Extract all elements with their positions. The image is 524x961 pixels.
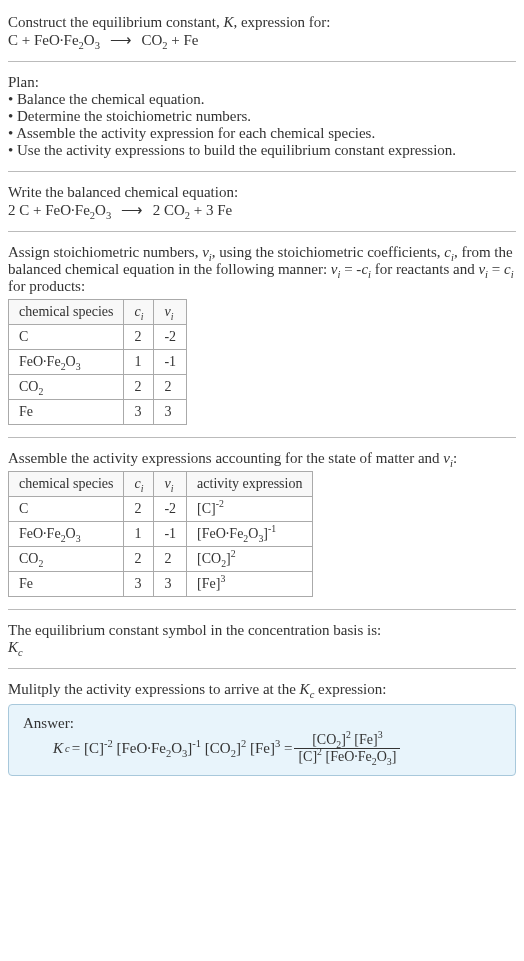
cell-ci: 3	[124, 572, 154, 597]
stoich-table: chemical species ci νi C 2 -2 FeO·Fe2O3 …	[8, 299, 187, 425]
nui-hs: i	[171, 311, 174, 322]
plan-item: • Balance the chemical equation.	[8, 91, 516, 108]
eq-lhs: C + FeO·Fe	[8, 32, 79, 48]
assign-t2: , using the stoichiometric coefficients,	[212, 244, 445, 260]
eq-rhs-end: + Fe	[167, 32, 198, 48]
cell-species: C	[9, 325, 124, 350]
assemble-t2: :	[453, 450, 457, 466]
col-species: chemical species	[9, 300, 124, 325]
nu: ν	[202, 244, 209, 260]
table-row: Fe 3 3 [Fe]3	[9, 572, 313, 597]
plan-item: • Assemble the activity expression for e…	[8, 125, 516, 142]
cell-activity: [Fe]3	[187, 572, 313, 597]
plan-header: Plan:	[8, 74, 516, 91]
cell-ci: 1	[124, 522, 154, 547]
cell-ci: 2	[124, 547, 154, 572]
kc-section: The equilibrium constant symbol in the c…	[8, 616, 516, 662]
col-ci: ci	[124, 300, 154, 325]
col-ci: ci	[124, 472, 154, 497]
assign-t1: Assign stoichiometric numbers,	[8, 244, 202, 260]
divider	[8, 61, 516, 62]
cell-nui: 3	[154, 400, 187, 425]
ci-hs: i	[141, 311, 144, 322]
assign-t5: for reactants and	[371, 261, 478, 277]
table-row: FeO·Fe2O3 1 -1	[9, 350, 187, 375]
col-nui: νi	[154, 472, 187, 497]
activity-section: Assemble the activity expressions accoun…	[8, 444, 516, 603]
cell-species: FeO·Fe2O3	[9, 350, 124, 375]
i-sub6: i	[511, 269, 514, 280]
plan-section: Plan: • Balance the chemical equation. •…	[8, 68, 516, 165]
eq-sub2: 3	[95, 40, 100, 51]
title-text-b: , expression for:	[233, 14, 330, 30]
cell-nui: -2	[154, 325, 187, 350]
cell-nui: 2	[154, 375, 187, 400]
plan-item: • Use the activity expressions to build …	[8, 142, 516, 159]
assign-t4: = -	[340, 261, 361, 277]
cell-species: Fe	[9, 572, 124, 597]
activity-table: chemical species ci νi activity expressi…	[8, 471, 313, 597]
answer-equation: Kc = [C]-2 [FeO·Fe2O3]-1 [CO2]2 [Fe]3 = …	[23, 732, 501, 765]
cell-nui: 3	[154, 572, 187, 597]
col-nui: νi	[154, 300, 187, 325]
multiply-section: Mulitply the activity expressions to arr…	[8, 675, 516, 782]
cell-ci: 2	[124, 497, 154, 522]
kc-symbol: Kc	[8, 639, 516, 656]
ans-mid: = [C]-2 [FeO·Fe2O3]-1 [CO2]2 [Fe]3 =	[72, 740, 293, 757]
divider	[8, 231, 516, 232]
table-header-row: chemical species ci νi activity expressi…	[9, 472, 313, 497]
cell-nui: -2	[154, 497, 187, 522]
divider	[8, 171, 516, 172]
table-row: FeO·Fe2O3 1 -1 [FeO·Fe2O3]-1	[9, 522, 313, 547]
fraction: [CO2]2 [Fe]3 [C]2 [FeO·Fe2O3]	[294, 732, 400, 765]
assign-section: Assign stoichiometric numbers, νi, using…	[8, 238, 516, 431]
divider	[8, 609, 516, 610]
c3: c	[504, 261, 511, 277]
eq-mid: O	[84, 32, 95, 48]
c: c	[444, 244, 451, 260]
K2: K	[8, 639, 18, 655]
balanced-equation: 2 C + FeO·Fe2O3 ⟶ 2 CO2 + 3 Fe	[8, 201, 516, 219]
ci-hs2: i	[141, 483, 144, 494]
title-text: Construct the equilibrium constant,	[8, 14, 223, 30]
nui-hs2: i	[171, 483, 174, 494]
assign-t7: for products:	[8, 278, 85, 294]
table-row: C 2 -2	[9, 325, 187, 350]
K3: K	[300, 681, 310, 697]
col-species: chemical species	[9, 472, 124, 497]
cell-nui: 2	[154, 547, 187, 572]
cell-nui: -1	[154, 350, 187, 375]
beq-r2: + 3 Fe	[190, 202, 232, 218]
cell-species: C	[9, 497, 124, 522]
cell-species: CO2	[9, 547, 124, 572]
cell-activity: [CO2]2	[187, 547, 313, 572]
mult-t2: expression:	[314, 681, 386, 697]
cell-ci: 2	[124, 325, 154, 350]
cell-activity: [C]-2	[187, 497, 313, 522]
table-row: CO2 2 2 [CO2]2	[9, 547, 313, 572]
answer-box: Answer: Kc = [C]-2 [FeO·Fe2O3]-1 [CO2]2 …	[8, 704, 516, 776]
eq-rhs: CO	[141, 32, 162, 48]
table-row: CO2 2 2	[9, 375, 187, 400]
cell-ci: 1	[124, 350, 154, 375]
cell-species: FeO·Fe2O3	[9, 522, 124, 547]
ans-K: K	[53, 740, 63, 757]
cell-ci: 3	[124, 400, 154, 425]
frac-num: [CO2]2 [Fe]3	[294, 732, 400, 749]
table-row: Fe 3 3	[9, 400, 187, 425]
cell-nui: -1	[154, 522, 187, 547]
answer-label: Answer:	[23, 715, 501, 732]
divider	[8, 437, 516, 438]
assemble-t1: Assemble the activity expressions accoun…	[8, 450, 443, 466]
cell-species: CO2	[9, 375, 124, 400]
beq-r1: 2 CO	[153, 202, 185, 218]
beq-l2: O	[95, 202, 106, 218]
c-sub: c	[18, 647, 23, 658]
beq-s2: 3	[106, 210, 111, 221]
divider	[8, 668, 516, 669]
balanced-section: Write the balanced chemical equation: 2 …	[8, 178, 516, 225]
arrow-icon: ⟶	[115, 202, 149, 218]
assign-t6: =	[488, 261, 504, 277]
unbalanced-equation: C + FeO·Fe2O3 ⟶ CO2 + Fe	[8, 32, 198, 48]
arrow-icon: ⟶	[104, 32, 138, 48]
